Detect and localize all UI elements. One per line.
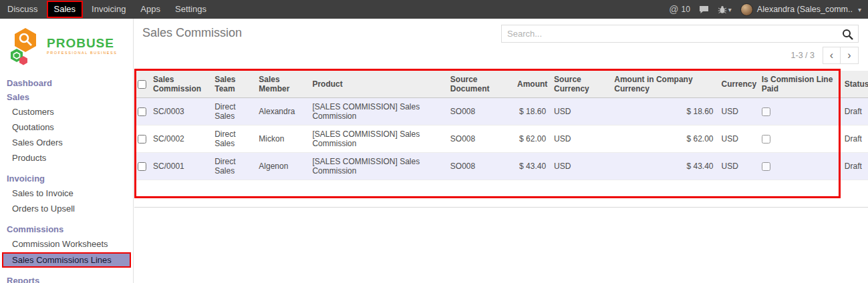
- paid-checkbox[interactable]: [762, 135, 770, 144]
- select-all-checkbox-cell: [134, 71, 149, 97]
- brand-name: PROBUSE: [47, 37, 118, 49]
- row-checkbox[interactable]: [138, 162, 146, 171]
- cell-member[interactable]: Alexandra: [255, 97, 308, 125]
- cell-commission[interactable]: SC/0002: [149, 125, 210, 152]
- cell-amount-company-currency[interactable]: $ 18.60: [610, 97, 717, 125]
- cell-source-document[interactable]: SO008: [446, 125, 513, 152]
- cell-amount[interactable]: $ 43.40: [513, 152, 550, 180]
- table-row: SC/0001 Direct Sales Algenon [SALES COMM…: [134, 152, 868, 180]
- sidebar-item-products[interactable]: Products: [0, 150, 133, 166]
- row-checkbox[interactable]: [138, 107, 146, 116]
- cell-product[interactable]: [SALES COMMISSION] Sales Commission: [308, 97, 446, 125]
- cell-product[interactable]: [SALES COMMISSION] Sales Commission: [308, 125, 446, 152]
- header-sales-commission[interactable]: Sales Commission: [149, 71, 210, 97]
- sidebar-heading-dashboard[interactable]: Dashboard: [0, 76, 133, 90]
- header-source-document[interactable]: Source Document: [446, 71, 513, 97]
- sidebar: PROBUSE PROFESSIONAL BUSINESS Dashboard …: [0, 19, 134, 283]
- topbar-right: @ 10 ▾ Alexandra (Sales_comm.. ▾: [669, 3, 868, 16]
- cell-source-currency[interactable]: USD: [550, 125, 610, 152]
- page-title: Sales Commission: [142, 26, 242, 40]
- cell-member[interactable]: Mickon: [255, 125, 308, 152]
- header-product[interactable]: Product: [308, 71, 446, 97]
- main-content: Sales Commission 1-3 / 3 ‹ › Sa: [134, 19, 868, 283]
- row-select-cell: [134, 125, 149, 152]
- header-status[interactable]: Status: [841, 71, 868, 97]
- select-all-checkbox[interactable]: [138, 80, 146, 89]
- row-select-cell: [134, 97, 149, 125]
- cell-status[interactable]: Draft: [841, 125, 868, 152]
- user-menu[interactable]: Alexandra (Sales_comm.. ▾: [740, 3, 861, 16]
- sidebar-item-sales-orders[interactable]: Sales Orders: [0, 135, 133, 150]
- row-checkbox[interactable]: [138, 135, 146, 144]
- cell-paid: [758, 97, 841, 125]
- sidebar-item-quotations[interactable]: Quotations: [0, 119, 133, 135]
- brand-tagline: PROFESSIONAL BUSINESS: [47, 51, 118, 55]
- cell-member[interactable]: Algenon: [255, 152, 308, 180]
- row-select-cell: [134, 152, 149, 180]
- header-source-currency[interactable]: Source Currency: [550, 71, 610, 97]
- cell-commission[interactable]: SC/0001: [149, 152, 210, 180]
- sidebar-heading-invoicing[interactable]: Invoicing: [0, 172, 133, 186]
- header-is-commission-line-paid[interactable]: Is Commision Line Paid: [758, 71, 841, 97]
- sidebar-heading-commissions[interactable]: Commissions: [0, 222, 133, 236]
- header-amount[interactable]: Amount: [513, 71, 550, 97]
- search-box: [501, 25, 859, 43]
- user-name: Alexandra (Sales_comm..: [757, 5, 853, 14]
- sidebar-item-commission-worksheets[interactable]: Commission Worksheets: [0, 236, 133, 252]
- user-caret-icon: ▾: [858, 6, 861, 13]
- pager-next-button[interactable]: ›: [841, 47, 859, 64]
- topbar-menu-settings[interactable]: Settings: [168, 0, 214, 19]
- header-currency[interactable]: Currency: [718, 71, 758, 97]
- sidebar-nav: Dashboard Sales Customers Quotations Sal…: [0, 76, 133, 283]
- pager-range: 1-3 / 3: [791, 51, 815, 60]
- pager-prev-button[interactable]: ‹: [823, 47, 841, 64]
- commission-table: Sales Commission Sales Team Sales Member…: [134, 71, 868, 180]
- cell-source-document[interactable]: SO008: [446, 97, 513, 125]
- header-amount-company-currency[interactable]: Amount in Company Currency: [610, 71, 717, 97]
- cell-source-document[interactable]: SO008: [446, 152, 513, 180]
- cell-amount[interactable]: $ 62.00: [513, 125, 550, 152]
- debug-bug-icon[interactable]: ▾: [718, 5, 732, 14]
- cell-amount[interactable]: $ 18.60: [513, 97, 550, 125]
- cell-product[interactable]: [SALES COMMISSION] Sales Commission: [308, 152, 446, 180]
- paid-checkbox[interactable]: [762, 107, 770, 116]
- cell-currency[interactable]: USD: [718, 97, 758, 125]
- cell-amount-company-currency[interactable]: $ 62.00: [610, 125, 717, 152]
- sidebar-heading-sales[interactable]: Sales: [0, 90, 133, 104]
- cell-amount-company-currency[interactable]: $ 43.40: [610, 152, 717, 180]
- header-sales-team[interactable]: Sales Team: [210, 71, 255, 97]
- brand-logo: PROBUSE PROFESSIONAL BUSINESS: [0, 19, 133, 69]
- search-input[interactable]: [502, 25, 858, 42]
- debug-caret-icon: ▾: [728, 6, 732, 13]
- table-row: SC/0003 Direct Sales Alexandra [SALES CO…: [134, 97, 868, 125]
- topbar-menu-sales[interactable]: Sales: [47, 1, 84, 18]
- user-avatar: [740, 3, 753, 16]
- table-header-row: Sales Commission Sales Team Sales Member…: [134, 71, 868, 97]
- pager: 1-3 / 3 ‹ ›: [791, 47, 859, 64]
- cell-currency[interactable]: USD: [718, 152, 758, 180]
- mentions-icon[interactable]: @: [669, 4, 678, 15]
- cell-status[interactable]: Draft: [841, 97, 868, 125]
- cell-source-currency[interactable]: USD: [550, 152, 610, 180]
- topbar-menu-discuss[interactable]: Discuss: [0, 0, 45, 19]
- sidebar-item-sales-commissions-lines[interactable]: Sales Commissions Lines: [2, 252, 131, 268]
- messages-icon[interactable]: [699, 5, 709, 14]
- cell-team[interactable]: Direct Sales: [210, 125, 255, 152]
- sidebar-item-sales-to-invoice[interactable]: Sales to Invoice: [0, 186, 133, 201]
- topbar-menu-apps[interactable]: Apps: [133, 0, 168, 19]
- sidebar-item-customers[interactable]: Customers: [0, 104, 133, 119]
- topbar: Discuss Sales Invoicing Apps Settings @ …: [0, 0, 868, 19]
- search-icon[interactable]: [842, 29, 853, 43]
- cell-commission[interactable]: SC/0003: [149, 97, 210, 125]
- cell-status[interactable]: Draft: [841, 152, 868, 180]
- cell-team[interactable]: Direct Sales: [210, 152, 255, 180]
- paid-checkbox[interactable]: [762, 162, 770, 171]
- brand-logo-icon: [8, 27, 43, 65]
- cell-currency[interactable]: USD: [718, 125, 758, 152]
- sidebar-heading-reports[interactable]: Reports: [0, 274, 133, 283]
- topbar-menu-invoicing[interactable]: Invoicing: [84, 0, 133, 19]
- header-sales-member[interactable]: Sales Member: [255, 71, 308, 97]
- cell-source-currency[interactable]: USD: [550, 97, 610, 125]
- cell-team[interactable]: Direct Sales: [210, 97, 255, 125]
- sidebar-item-orders-to-upsell[interactable]: Orders to Upsell: [0, 201, 133, 216]
